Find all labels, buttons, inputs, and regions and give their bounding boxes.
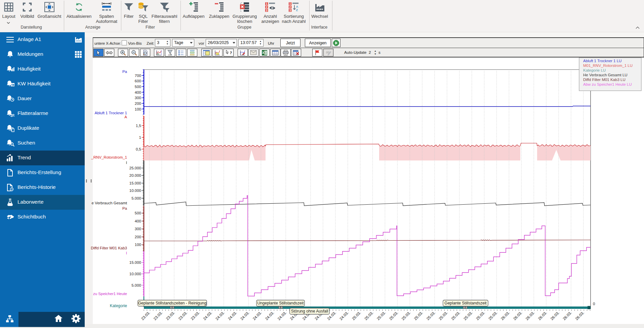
svg-text:700: 700 xyxy=(135,74,141,78)
svg-text:Abluft 1 Trockner 1: Abluft 1 Trockner 1 xyxy=(94,111,127,115)
svg-text:400: 400 xyxy=(135,90,141,94)
svg-text:26.03.: 26.03. xyxy=(513,311,523,321)
svg-text:0: 0 xyxy=(593,302,595,306)
svg-text:100: 100 xyxy=(135,243,141,247)
svg-text:A: A xyxy=(124,115,127,119)
svg-text:25.03.: 25.03. xyxy=(401,311,411,321)
svg-text:26.03.: 26.03. xyxy=(500,311,511,321)
svg-text:Ungeplante Stillstandszeit: Ungeplante Stillstandszeit xyxy=(257,301,304,305)
svg-text:24.03.: 24.03. xyxy=(265,311,275,321)
svg-text:24.03.: 24.03. xyxy=(227,311,238,321)
svg-text:Abluft 1 Trockner 1 LU: Abluft 1 Trockner 1 LU xyxy=(583,59,621,63)
svg-text:_RNV_Rotorstrom_1: _RNV_Rotorstrom_1 xyxy=(91,155,127,159)
svg-text:23.03.: 23.03. xyxy=(140,311,151,321)
svg-text:Pa: Pa xyxy=(122,206,127,210)
svg-text:26.03.: 26.03. xyxy=(537,311,548,321)
svg-text:25.000: 25.000 xyxy=(129,166,141,170)
svg-text:24.03.: 24.03. xyxy=(277,311,287,321)
svg-text:Geplante Stillstandszeiten - R: Geplante Stillstandszeiten - Reinigung xyxy=(138,301,206,305)
svg-text:26.03.: 26.03. xyxy=(562,311,572,321)
svg-text:15.000: 15.000 xyxy=(129,260,141,264)
svg-text:600: 600 xyxy=(135,79,141,83)
svg-text:He Verbrauch Gesamt LU: He Verbrauch Gesamt LU xyxy=(583,73,628,77)
svg-text:Abw zu Speicher1 Heute LU: Abw zu Speicher1 Heute LU xyxy=(583,82,632,86)
svg-text:15.000: 15.000 xyxy=(129,181,141,185)
svg-text:400: 400 xyxy=(135,219,141,223)
svg-text:Geplante Stillstandszeit: Geplante Stillstandszeit xyxy=(444,301,487,305)
svg-text:25.03.: 25.03. xyxy=(426,311,436,321)
svg-text:10.000: 10.000 xyxy=(129,272,141,276)
svg-text:zu Speicher1 Heute: zu Speicher1 Heute xyxy=(93,292,127,296)
svg-text:26.03.: 26.03. xyxy=(550,311,560,321)
svg-text:23.03.: 23.03. xyxy=(165,311,175,321)
svg-text:I: I xyxy=(126,161,127,165)
svg-text:500: 500 xyxy=(135,211,141,215)
svg-text:5.000: 5.000 xyxy=(131,283,141,287)
svg-text:1,5: 1,5 xyxy=(136,124,141,128)
svg-text:24.03.: 24.03. xyxy=(240,311,250,321)
svg-text:25.03.: 25.03. xyxy=(351,311,362,321)
svg-text:23.03.: 23.03. xyxy=(177,311,188,321)
svg-text:24.03.: 24.03. xyxy=(215,311,225,321)
svg-text:200: 200 xyxy=(135,235,141,239)
svg-text:23.03.: 23.03. xyxy=(190,311,200,321)
svg-text:25.03.: 25.03. xyxy=(488,311,498,321)
svg-text:Störung ohne Ausfall: Störung ohne Ausfall xyxy=(291,309,328,314)
svg-text:25.03.: 25.03. xyxy=(450,311,461,321)
svg-text:25.03.: 25.03. xyxy=(475,311,486,321)
svg-text:0,5: 0,5 xyxy=(136,147,141,151)
svg-text:20.000: 20.000 xyxy=(129,173,141,177)
svg-text:I: I xyxy=(126,251,127,255)
svg-text:500: 500 xyxy=(135,85,141,89)
svg-text:26.03.: 26.03. xyxy=(574,311,585,321)
svg-text:200: 200 xyxy=(135,101,141,106)
svg-text:M01_RNV_Rotorstrom_1 LU: M01_RNV_Rotorstrom_1 LU xyxy=(583,64,633,68)
svg-text:25.03.: 25.03. xyxy=(463,311,473,321)
svg-text:Kategorie LU: Kategorie LU xyxy=(583,68,606,72)
svg-text:5.000: 5.000 xyxy=(131,196,141,200)
svg-text:25.03.: 25.03. xyxy=(376,311,387,321)
svg-text:24.03.: 24.03. xyxy=(339,311,349,321)
svg-text:24.03.: 24.03. xyxy=(202,311,213,321)
svg-text:300: 300 xyxy=(135,227,141,231)
svg-text:e Verbrauch Gesamt: e Verbrauch Gesamt xyxy=(92,201,127,205)
svg-text:Kategorie: Kategorie xyxy=(110,303,127,308)
svg-text:25.03.: 25.03. xyxy=(413,311,424,321)
svg-text:25.03.: 25.03. xyxy=(438,311,448,321)
svg-text:1: 1 xyxy=(139,135,141,139)
svg-text:Diffd Filter M01 Kab3: Diffd Filter M01 Kab3 xyxy=(91,246,127,250)
svg-text:300: 300 xyxy=(135,96,141,100)
svg-text:Diffd Filter M01 Kab3 LU: Diffd Filter M01 Kab3 LU xyxy=(583,78,626,82)
svg-text:24.03.: 24.03. xyxy=(252,311,263,321)
svg-text:26.03.: 26.03. xyxy=(525,311,535,321)
svg-text:100: 100 xyxy=(135,107,141,111)
svg-text:25.03.: 25.03. xyxy=(364,311,374,321)
svg-text:Pa: Pa xyxy=(122,70,127,74)
svg-text:10.000: 10.000 xyxy=(129,189,141,193)
svg-text:25.03.: 25.03. xyxy=(389,311,399,321)
svg-text:23.03.: 23.03. xyxy=(153,311,163,321)
